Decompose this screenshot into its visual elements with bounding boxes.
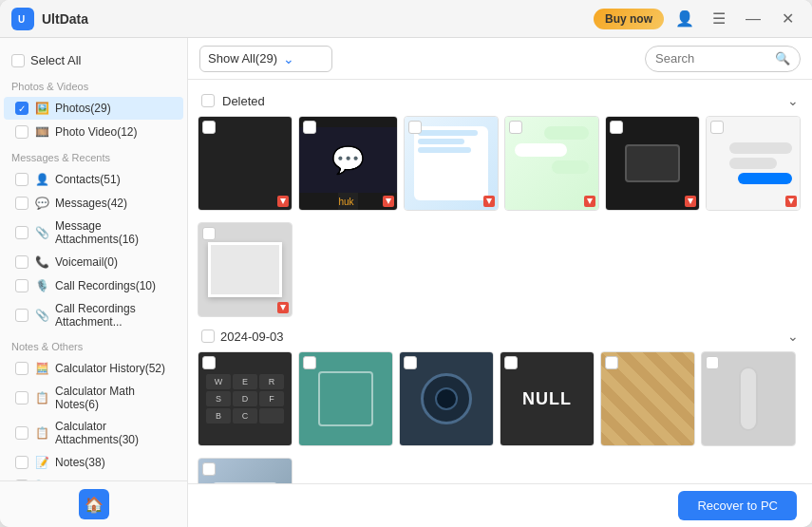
photo-item[interactable] bbox=[504, 116, 599, 211]
calc-math-checkbox[interactable] bbox=[15, 391, 28, 405]
photo-checkbox[interactable] bbox=[710, 121, 724, 134]
photo-cb[interactable] bbox=[610, 121, 623, 134]
close-button[interactable]: ✕ bbox=[774, 6, 801, 32]
show-all-dropdown[interactable]: Show All(29) ⌄ bbox=[199, 46, 332, 72]
photo-video-checkbox[interactable] bbox=[15, 125, 28, 139]
deleted-label-row: Deleted bbox=[201, 94, 265, 108]
photo-item[interactable]: NULL bbox=[500, 351, 595, 446]
photo-checkbox[interactable] bbox=[202, 121, 216, 134]
photo-item[interactable] bbox=[605, 116, 700, 211]
sidebar-item-call-att[interactable]: 📎 Call Recordings Attachment... bbox=[4, 298, 183, 332]
call-att-label: Call Recordings Attachment... bbox=[55, 302, 172, 329]
photo-item[interactable] bbox=[298, 351, 393, 446]
photo-checkbox[interactable] bbox=[303, 121, 316, 134]
photo-checkbox[interactable] bbox=[706, 356, 719, 369]
menu-icon[interactable]: ☰ bbox=[706, 6, 732, 32]
select-all-label: Select All bbox=[30, 53, 81, 67]
recover-button[interactable]: Recover to PC bbox=[678, 491, 797, 520]
photo-checkbox[interactable] bbox=[605, 356, 618, 369]
photo-item[interactable] bbox=[701, 351, 796, 446]
photo-item[interactable]: W E R S D F B C bbox=[198, 351, 293, 446]
photo-cb[interactable] bbox=[504, 356, 518, 369]
photo-video-label: Photo Video(12) bbox=[55, 125, 138, 139]
sidebar: Select All Photos & Videos 🖼️ Photos(29)… bbox=[0, 38, 188, 527]
photos-icon: 🖼️ bbox=[34, 101, 49, 116]
calc-history-icon: 🧮 bbox=[34, 361, 49, 376]
sidebar-item-messages[interactable]: 💬 Messages(42) bbox=[4, 192, 183, 215]
photo-item[interactable]: 💬 huk bbox=[298, 116, 398, 211]
photo-item[interactable] bbox=[198, 458, 293, 483]
date-expand-icon[interactable]: ⌄ bbox=[787, 329, 799, 344]
svg-text:U: U bbox=[18, 14, 25, 25]
photo-cb[interactable] bbox=[202, 462, 216, 476]
sidebar-item-photo-video[interactable]: 🎞️ Photo Video(12) bbox=[4, 121, 183, 143]
photo-checkbox[interactable] bbox=[404, 356, 417, 369]
sidebar-item-contacts[interactable]: 👤 Contacts(51) bbox=[4, 168, 183, 191]
photo-item[interactable] bbox=[399, 351, 494, 446]
photo-checkbox[interactable] bbox=[202, 227, 216, 240]
sidebar-item-voicemail[interactable]: 📞 Voicemail(0) bbox=[4, 251, 183, 273]
calc-history-checkbox[interactable] bbox=[15, 362, 28, 375]
photo-checkbox[interactable] bbox=[509, 121, 522, 134]
last-photo-grid bbox=[198, 458, 803, 483]
call-att-checkbox[interactable] bbox=[15, 309, 28, 322]
photos-checkbox[interactable] bbox=[15, 102, 28, 115]
sidebar-item-calc-math[interactable]: 📋 Calculator Math Notes(6) bbox=[4, 381, 183, 415]
date-group-label: 2024-09-03 bbox=[201, 329, 284, 344]
user-icon[interactable]: 👤 bbox=[671, 6, 698, 32]
section-photos-videos: Photos & Videos bbox=[0, 73, 187, 96]
photo-checkbox[interactable] bbox=[408, 121, 422, 134]
deleted-expand-icon[interactable]: ⌄ bbox=[787, 93, 799, 108]
photo-cb[interactable] bbox=[706, 356, 719, 369]
sidebar-item-calc-att[interactable]: 📋 Calculator Attachments(30) bbox=[4, 416, 183, 450]
buy-now-button[interactable]: Buy now bbox=[594, 9, 664, 29]
photo-cb[interactable] bbox=[408, 121, 422, 134]
call-rec-checkbox[interactable] bbox=[15, 279, 28, 292]
home-button[interactable]: 🏠 bbox=[79, 489, 109, 519]
photo-cb[interactable] bbox=[509, 121, 522, 134]
messages-checkbox[interactable] bbox=[15, 197, 28, 210]
messages-icon: 💬 bbox=[34, 196, 49, 211]
deleted-group-checkbox[interactable] bbox=[201, 94, 215, 107]
contacts-checkbox[interactable] bbox=[15, 173, 28, 186]
sidebar-item-calc-history[interactable]: 🧮 Calculator History(52) bbox=[4, 357, 183, 380]
title-bar-left: U UltData bbox=[11, 8, 88, 30]
photo-item[interactable] bbox=[600, 351, 695, 446]
photo-checkbox[interactable] bbox=[610, 121, 623, 134]
notes-checkbox[interactable] bbox=[15, 456, 28, 469]
photo-item[interactable] bbox=[706, 116, 801, 211]
photo-item[interactable] bbox=[404, 116, 499, 211]
photo-checkbox[interactable] bbox=[202, 356, 216, 369]
date-group-checkbox[interactable] bbox=[201, 329, 215, 343]
voicemail-checkbox[interactable] bbox=[15, 255, 28, 269]
sidebar-item-call-recordings[interactable]: 🎙️ Call Recordings(10) bbox=[4, 274, 183, 297]
section-notes-others: Notes & Others bbox=[0, 333, 187, 356]
photo-cb[interactable] bbox=[303, 356, 316, 369]
deleted-badge bbox=[277, 196, 289, 207]
sidebar-item-msg-attachments[interactable]: 📎 Message Attachments(16) bbox=[4, 216, 183, 250]
photo-checkbox[interactable] bbox=[303, 356, 316, 369]
photo-cb[interactable] bbox=[605, 356, 618, 369]
photo-item[interactable] bbox=[198, 222, 293, 317]
select-all-checkbox[interactable] bbox=[11, 54, 25, 67]
search-input[interactable] bbox=[655, 51, 769, 66]
photo-cb[interactable] bbox=[202, 356, 216, 369]
minimize-button[interactable]: — bbox=[740, 6, 766, 32]
msg-att-checkbox[interactable] bbox=[15, 226, 28, 239]
photo-cb[interactable] bbox=[202, 227, 216, 240]
sidebar-item-notes[interactable]: 📝 Notes(38) bbox=[4, 451, 183, 474]
photo-cb[interactable] bbox=[710, 121, 724, 134]
select-all-row[interactable]: Select All bbox=[0, 46, 187, 73]
section-messages: Messages & Recents bbox=[0, 144, 187, 167]
photo-cb[interactable] bbox=[404, 356, 417, 369]
calc-att-checkbox[interactable] bbox=[15, 426, 28, 440]
photo-cb[interactable] bbox=[303, 121, 316, 134]
contacts-label: Contacts(51) bbox=[55, 173, 121, 186]
photo-cb[interactable] bbox=[202, 121, 216, 134]
photo-item[interactable] bbox=[198, 116, 293, 211]
photos-label: Photos(29) bbox=[55, 102, 111, 115]
sidebar-item-photos[interactable]: 🖼️ Photos(29) bbox=[4, 97, 183, 120]
photo-checkbox[interactable] bbox=[202, 462, 216, 476]
photo-checkbox[interactable] bbox=[504, 356, 518, 369]
msg-att-icon: 📎 bbox=[34, 225, 49, 240]
